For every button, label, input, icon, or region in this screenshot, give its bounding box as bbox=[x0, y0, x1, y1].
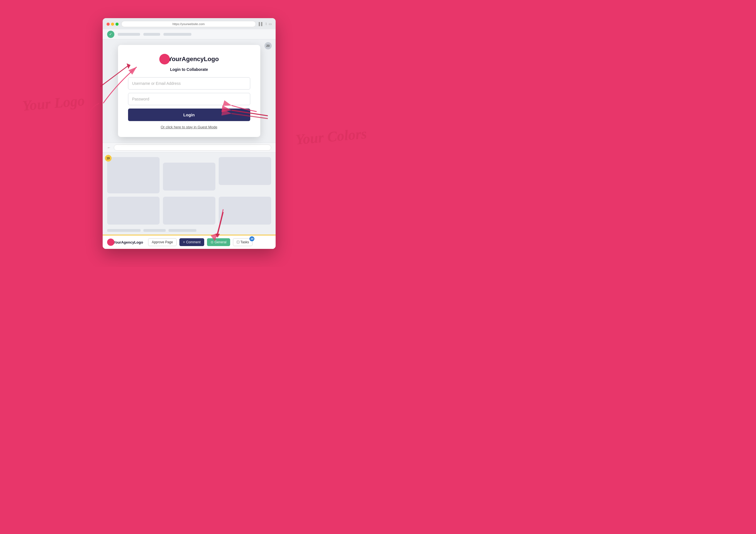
guest-mode-link[interactable]: Or click here to stay in Guest Mode bbox=[128, 125, 250, 129]
url-bar[interactable]: https://yourwebsite.com bbox=[122, 21, 256, 27]
watermark-logo: Your Logo bbox=[22, 92, 85, 114]
browser-icons: ▌▌ ⌇ ▭ bbox=[258, 22, 271, 26]
header-notification-badge: 20 bbox=[264, 42, 272, 49]
card-badge: 19 bbox=[105, 155, 112, 162]
check-icon: ✓ bbox=[107, 31, 114, 38]
content-card-2 bbox=[163, 163, 215, 191]
header-block-1 bbox=[118, 33, 140, 36]
approve-page-button[interactable]: Approve Page bbox=[148, 238, 176, 246]
page-nav-bar: ← bbox=[103, 143, 276, 153]
content-area: 19 bbox=[103, 153, 276, 229]
browser-dots bbox=[107, 23, 119, 26]
dot-yellow bbox=[111, 23, 114, 26]
content-card-3 bbox=[219, 157, 271, 185]
header-block-3 bbox=[163, 33, 191, 36]
battery-icon: ▭ bbox=[269, 22, 272, 26]
dot-green bbox=[116, 23, 119, 26]
logo-text: YourAgencyLogo bbox=[168, 56, 219, 63]
bottom-toolbar: YourAgencyLogo Approve Page + Comment ⊙ … bbox=[103, 235, 276, 249]
dot-red bbox=[107, 23, 110, 26]
browser-content: ✓ 20 YourAgencyLogo Login to Collaborate… bbox=[103, 29, 276, 249]
wifi-icon: ⌇ bbox=[265, 22, 267, 26]
watermark-colors: Your Colors bbox=[295, 125, 367, 148]
content-card-5 bbox=[163, 197, 215, 225]
password-input[interactable] bbox=[128, 93, 250, 105]
login-modal: YourAgencyLogo Login to Collaborate Logi… bbox=[118, 45, 260, 137]
comment-button[interactable]: + Comment bbox=[179, 238, 204, 246]
browser-window: https://yourwebsite.com ▌▌ ⌇ ▭ ✓ 20 Your… bbox=[103, 18, 276, 249]
toolbar-logo-circle bbox=[107, 239, 114, 246]
login-button[interactable]: Login bbox=[128, 109, 250, 121]
header-block-2 bbox=[143, 33, 160, 36]
toolbar-logo-text: YourAgencyLogo bbox=[113, 240, 143, 244]
plus-icon: + bbox=[183, 240, 185, 244]
general-button[interactable]: ⊙ General bbox=[207, 238, 230, 246]
page-header-blur: ✓ bbox=[103, 29, 276, 39]
modal-logo: YourAgencyLogo bbox=[128, 54, 250, 65]
back-arrow-icon[interactable]: ← bbox=[107, 146, 111, 150]
tasks-button[interactable]: ☐ Tasks 20 bbox=[233, 238, 253, 246]
username-input[interactable] bbox=[128, 77, 250, 90]
signal-icon: ▌▌ bbox=[258, 22, 263, 26]
toolbar-logo: YourAgencyLogo bbox=[107, 239, 143, 246]
placeholder-1 bbox=[107, 229, 141, 232]
general-icon: ⊙ bbox=[211, 240, 213, 244]
content-card-6 bbox=[219, 197, 271, 225]
browser-chrome: https://yourwebsite.com ▌▌ ⌇ ▭ bbox=[103, 18, 276, 29]
tasks-icon: ☐ bbox=[236, 240, 240, 244]
placeholder-3 bbox=[169, 229, 196, 232]
url-text: https://yourwebsite.com bbox=[173, 22, 205, 26]
logo-circle bbox=[159, 54, 170, 65]
tasks-badge: 20 bbox=[249, 236, 255, 241]
modal-subtitle: Login to Collaborate bbox=[128, 67, 250, 72]
page-section: ← 19 bbox=[103, 143, 276, 235]
content-placeholder-row bbox=[103, 229, 276, 235]
content-card-4 bbox=[107, 197, 160, 225]
content-card-1: 19 bbox=[107, 157, 160, 193]
nav-url-bar[interactable] bbox=[114, 145, 271, 151]
placeholder-2 bbox=[143, 229, 166, 232]
